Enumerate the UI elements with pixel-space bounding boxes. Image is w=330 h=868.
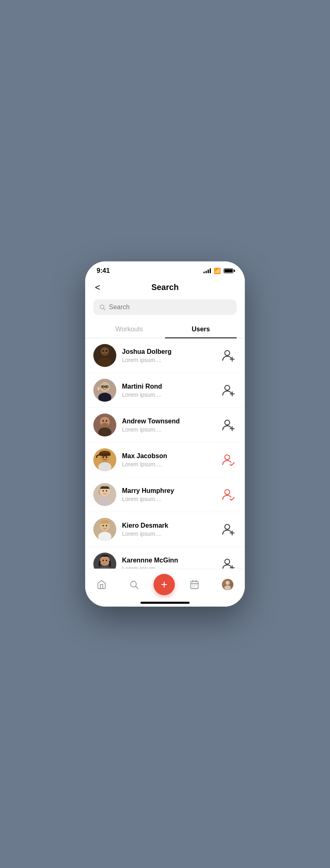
add-user-button[interactable] [220,382,237,398]
tab-bar: Workouts Users [85,321,245,338]
wifi-icon: 📶 [214,268,221,274]
search-bar[interactable] [93,299,237,315]
avatar [93,344,116,367]
home-icon [97,580,106,589]
list-item: Martini RondLorem ipsum.... [85,373,245,408]
list-item: Karennne McGinnLorem ipsum.... [85,547,245,569]
home-bar [140,602,190,604]
page-title: Search [151,283,179,292]
svg-point-38 [106,456,107,458]
avatar [93,379,116,402]
user-info: Max JacobsonLorem ipsum.... [122,452,215,468]
avatar [93,414,116,436]
add-user-button[interactable] [220,452,237,468]
list-item: Joshua DolbergLorem ipsum.... [85,338,245,373]
svg-point-90 [224,585,231,590]
svg-point-58 [106,560,107,561]
svg-point-26 [102,420,104,422]
user-following-icon [222,488,235,501]
add-user-button[interactable] [220,486,237,503]
svg-point-89 [226,581,230,585]
svg-point-49 [102,525,104,526]
svg-point-17 [102,386,104,387]
add-user-button[interactable] [220,521,237,537]
user-info: Joshua DolbergLorem ipsum.... [122,348,215,363]
nav-calendar[interactable] [181,578,208,591]
svg-point-8 [225,351,230,355]
nav-profile[interactable] [214,577,242,592]
add-user-icon [222,418,235,432]
add-user-icon [222,349,235,362]
svg-point-55 [100,556,110,566]
user-name: Andrew Townsend [122,418,215,425]
svg-rect-36 [99,454,111,456]
signal-icon [203,268,211,273]
svg-rect-19 [97,387,99,390]
nav-home[interactable] [88,578,115,591]
svg-point-50 [106,525,107,526]
page-header: < Search [85,278,245,295]
phone-frame: 9:41 📶 < Search [85,261,245,607]
avatar [93,518,116,541]
svg-point-6 [102,350,104,352]
user-following-icon [222,453,235,466]
svg-line-1 [104,308,105,310]
svg-point-20 [225,385,230,390]
status-time: 9:41 [97,267,110,274]
add-user-icon [222,558,235,569]
status-bar: 9:41 📶 [85,261,245,278]
user-desc: Lorem ipsum.... [122,357,215,363]
home-indicator [85,598,245,607]
user-desc: Lorem ipsum.... [122,426,215,433]
avatar [93,483,116,506]
bottom-nav: + [85,569,245,598]
nav-search[interactable] [121,578,147,591]
status-icons: 📶 [203,268,233,274]
user-name: Martini Rond [122,383,215,390]
user-list: Joshua DolbergLorem ipsum.... Martini Ro… [85,338,245,569]
svg-rect-80 [191,581,198,589]
profile-avatar [222,579,233,590]
user-info: Karennne McGinnLorem ipsum.... [122,557,215,569]
user-info: Marry HumphreyLorem ipsum.... [122,487,215,502]
search-input[interactable] [109,304,231,311]
list-item: Max JacobsonLorem ipsum.... [85,443,245,477]
add-user-icon [222,523,235,536]
tab-workouts[interactable]: Workouts [93,321,165,338]
user-name: Marry Humphrey [122,487,215,495]
avatar [93,553,116,569]
user-desc: Lorem ipsum.... [122,461,215,468]
svg-point-44 [106,490,107,492]
tab-users[interactable]: Users [165,321,237,338]
svg-point-51 [225,524,230,529]
svg-point-18 [106,386,107,387]
svg-line-79 [136,587,138,589]
add-user-button[interactable] [220,417,237,433]
svg-point-45 [225,490,230,495]
user-info: Kiero DesmarkLorem ipsum.... [122,522,215,537]
svg-point-57 [102,560,104,561]
add-user-button[interactable] [220,556,237,569]
user-info: Martini RondLorem ipsum.... [122,383,215,398]
battery-icon [224,268,233,273]
user-desc: Lorem ipsum.... [122,565,215,569]
svg-point-59 [225,559,230,564]
user-name: Joshua Dolberg [122,348,215,355]
user-name: Max Jacobson [122,452,215,460]
user-name: Karennne McGinn [122,557,215,564]
list-item: Marry HumphreyLorem ipsum.... [85,477,245,512]
svg-point-4 [98,358,111,367]
svg-point-43 [102,490,104,492]
calendar-icon [190,580,199,589]
svg-point-7 [106,350,107,352]
user-desc: Lorem ipsum.... [122,391,215,398]
add-user-button[interactable] [220,347,237,364]
back-button[interactable]: < [93,281,102,295]
user-desc: Lorem ipsum.... [122,496,215,502]
search-container [85,295,245,321]
list-item: Kiero DesmarkLorem ipsum.... [85,512,245,547]
user-desc: Lorem ipsum.... [122,531,215,537]
user-name: Kiero Desmark [122,522,215,529]
svg-point-39 [225,455,230,460]
nav-add-button[interactable]: + [154,574,175,595]
